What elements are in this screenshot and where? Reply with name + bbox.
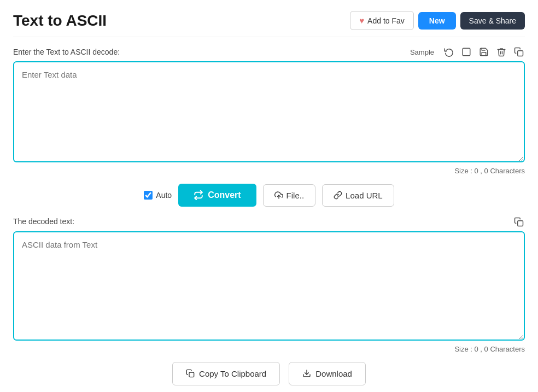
controls-row: Auto Convert File.. Load URL bbox=[13, 184, 525, 207]
save-share-button[interactable]: Save & Share bbox=[460, 12, 525, 30]
copy-output-icon[interactable] bbox=[513, 215, 525, 228]
svg-rect-0 bbox=[463, 48, 470, 56]
convert-label: Convert bbox=[208, 190, 241, 200]
output-label: The decoded text: bbox=[13, 217, 74, 226]
add-to-fav-label: Add to Fav bbox=[367, 16, 405, 25]
download-button[interactable]: Download bbox=[289, 362, 366, 385]
svg-rect-3 bbox=[518, 221, 523, 226]
auto-checkbox-label[interactable]: Auto bbox=[144, 191, 172, 200]
input-label: Enter the Text to ASCII decode: bbox=[13, 48, 120, 56]
svg-rect-4 bbox=[189, 372, 194, 377]
toolbar-icons: Sample bbox=[410, 46, 525, 58]
input-label-row: Enter the Text to ASCII decode: Sample bbox=[13, 46, 525, 58]
auto-checkbox[interactable] bbox=[144, 191, 153, 200]
sample-label[interactable]: Sample bbox=[410, 48, 434, 56]
copy-to-clipboard-label: Copy To Clipboard bbox=[199, 369, 266, 378]
history-icon[interactable] bbox=[443, 46, 455, 58]
download-label: Download bbox=[315, 369, 352, 378]
new-button[interactable]: New bbox=[418, 12, 456, 30]
page-title: Text to ASCII bbox=[13, 12, 107, 30]
file-label: File.. bbox=[286, 191, 305, 200]
convert-icon bbox=[194, 190, 203, 200]
save-icon[interactable] bbox=[478, 46, 490, 58]
load-url-label: Load URL bbox=[346, 191, 383, 200]
svg-rect-1 bbox=[518, 51, 523, 56]
output-textarea[interactable] bbox=[13, 231, 525, 341]
output-size-info: Size : 0 , 0 Characters bbox=[13, 345, 525, 353]
download-icon bbox=[302, 369, 311, 378]
auto-label: Auto bbox=[156, 191, 172, 200]
bottom-buttons: Copy To Clipboard Download bbox=[13, 362, 525, 385]
link-icon bbox=[334, 191, 342, 200]
output-label-row: The decoded text: bbox=[13, 215, 525, 228]
add-to-fav-button[interactable]: ♥ Add to Fav bbox=[350, 11, 414, 30]
upload-icon bbox=[274, 191, 283, 200]
header: Text to ASCII ♥ Add to Fav New Save & Sh… bbox=[13, 11, 525, 37]
copy-input-icon[interactable] bbox=[513, 46, 525, 58]
convert-button[interactable]: Convert bbox=[178, 184, 256, 207]
heart-icon: ♥ bbox=[359, 16, 364, 25]
input-size-info: Size : 0 , 0 Characters bbox=[13, 167, 525, 175]
copy-to-clipboard-button[interactable]: Copy To Clipboard bbox=[172, 362, 280, 385]
text-input[interactable] bbox=[13, 61, 525, 162]
file-button[interactable]: File.. bbox=[263, 184, 316, 207]
load-url-button[interactable]: Load URL bbox=[322, 184, 394, 207]
open-file-icon[interactable] bbox=[460, 46, 472, 58]
delete-icon[interactable] bbox=[495, 46, 507, 58]
clipboard-icon bbox=[186, 369, 195, 378]
header-buttons: ♥ Add to Fav New Save & Share bbox=[350, 11, 525, 30]
